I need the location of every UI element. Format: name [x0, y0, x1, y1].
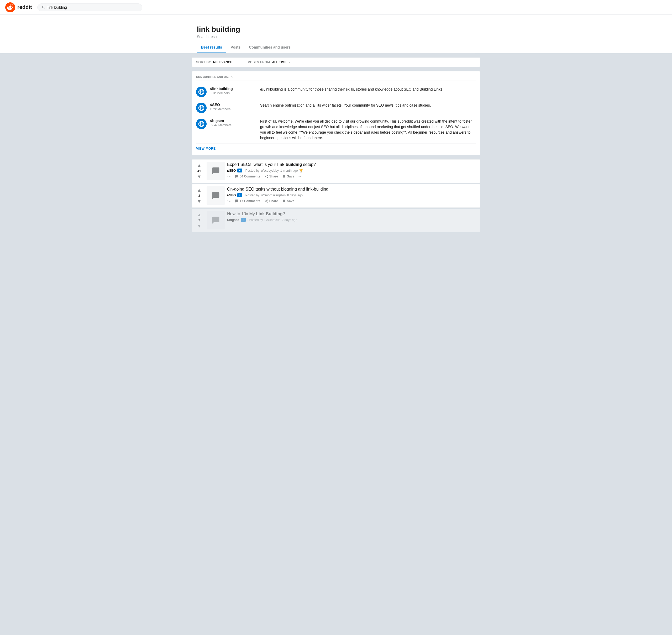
community-name-linkbuilding: r/linkbuilding: [210, 87, 257, 91]
community-icon-seo: [196, 103, 207, 113]
post-title-2: On-going SEO tasks without blogging and …: [227, 187, 478, 192]
post-item-3[interactable]: ▲ 7 ▼ How to 10x My Link Building? r/big…: [192, 209, 480, 232]
search-input[interactable]: [48, 5, 138, 9]
posted-by-3: u/sklarticus: [265, 218, 280, 222]
share-button-1[interactable]: Share: [265, 175, 278, 178]
community-item-seo[interactable]: r/SEO 152k Members Search engine optimis…: [196, 100, 476, 116]
tab-communities-users[interactable]: Communities and users: [245, 42, 295, 53]
community-item-bigseo[interactable]: r/bigseo 69.4k Members First of all, wel…: [196, 116, 476, 144]
expand-icon-1: [227, 175, 231, 178]
communities-header: COMMUNITIES AND USERS: [196, 75, 476, 81]
post-thumbnail-2: [207, 187, 225, 205]
communities-section: COMMUNITIES AND USERS r/linkbuilding 5.1…: [192, 71, 480, 155]
community-name-bigseo: r/bigseo: [210, 119, 257, 123]
post-actions-2: 17 Comments Share Save ···: [227, 199, 478, 203]
search-icon: [42, 5, 46, 9]
save-button-2[interactable]: Save: [282, 199, 294, 203]
post-content-3: How to 10x My Link Building? r/bigseo + …: [227, 211, 478, 224]
chevron-down-icon-2: [288, 61, 291, 64]
post-subreddit-2: r/SEO: [227, 194, 236, 197]
post-thumbnail-1: [207, 162, 225, 180]
svg-point-2: [11, 7, 12, 8]
vote-count-2: 3: [198, 194, 200, 198]
vote-col-1: ▲ 41 ▼: [194, 162, 204, 181]
chevron-down-icon: [233, 61, 237, 64]
post-item-2[interactable]: ▲ 3 ▼ On-going SEO tasks without bloggin…: [192, 184, 480, 207]
joined-badge-1: +: [237, 169, 242, 173]
community-members-seo: 152k Members: [210, 107, 257, 111]
community-icon-bigseo: [196, 119, 207, 129]
post-content-1: Expert SEOs, what is your link building …: [227, 162, 478, 178]
post-title-1: Expert SEOs, what is your link building …: [227, 162, 478, 168]
vote-count-1: 41: [197, 169, 201, 173]
sort-bar: SORT BY RELEVANCE | POSTS FROM ALL TIME: [192, 58, 480, 67]
header: reddit: [0, 0, 672, 15]
downvote-1[interactable]: ▼: [197, 174, 202, 179]
post-thumbnail-3: [207, 211, 225, 229]
logo-text: reddit: [17, 4, 32, 10]
post-title-3: How to 10x My Link Building?: [227, 211, 478, 217]
time-ago-2: 8 days ago: [287, 194, 303, 197]
community-icon-linkbuilding: [196, 87, 207, 97]
post-content-2: On-going SEO tasks without blogging and …: [227, 187, 478, 203]
comments-button-2[interactable]: 17 Comments: [235, 199, 260, 203]
search-bar[interactable]: [37, 3, 142, 11]
posted-by-2: u/cmorriskingston: [261, 194, 286, 197]
posts-from-button[interactable]: ALL TIME: [272, 60, 290, 64]
award-icon-1: 🏆: [299, 169, 303, 173]
community-item-linkbuilding[interactable]: r/linkbuilding 5.1k Members /r/Linkbuild…: [196, 84, 476, 100]
tab-posts[interactable]: Posts: [226, 42, 245, 53]
community-members-linkbuilding: 5.1k Members: [210, 91, 257, 95]
sort-by-label: SORT BY: [196, 60, 211, 64]
post-meta-1: r/SEO + · Posted by u/scubyduby 1 month …: [227, 169, 478, 173]
main-area: SORT BY RELEVANCE | POSTS FROM ALL TIME …: [192, 53, 480, 238]
upvote-3[interactable]: ▲: [197, 212, 202, 218]
search-title-area: link building Search results Best result…: [0, 15, 672, 53]
logo[interactable]: reddit: [5, 2, 32, 12]
share-button-2[interactable]: Share: [265, 199, 278, 203]
community-members-bigseo: 69.4k Members: [210, 123, 257, 127]
tab-best-results[interactable]: Best results: [197, 42, 226, 53]
upvote-1[interactable]: ▲: [197, 163, 202, 168]
post-meta-2: r/SEO + · Posted by u/cmorriskingston 8 …: [227, 193, 478, 197]
search-query: link building: [197, 25, 475, 34]
comments-button-1[interactable]: 54 Comments: [235, 175, 260, 178]
vote-col-2: ▲ 3 ▼: [194, 187, 204, 205]
vote-count-3: 7: [198, 219, 200, 222]
post-actions-1: 54 Comments Share Save ···: [227, 175, 478, 178]
community-desc-linkbuilding: /r/Linkbuilding is a community for those…: [260, 87, 476, 92]
posted-by-1: u/scubyduby: [261, 169, 279, 173]
post-meta-3: r/bigseo + · Posted by u/sklarticus 2 da…: [227, 218, 478, 222]
tabs: Best results Posts Communities and users: [197, 42, 475, 53]
time-ago-3: 2 days ago: [282, 218, 298, 222]
reddit-logo-icon: [5, 2, 15, 12]
community-info-bigseo: r/bigseo 69.4k Members: [210, 119, 257, 127]
more-button-1[interactable]: ···: [299, 175, 301, 178]
more-button-2[interactable]: ···: [299, 199, 301, 203]
downvote-3[interactable]: ▼: [197, 223, 202, 229]
community-info-seo: r/SEO 152k Members: [210, 103, 257, 111]
time-ago-1: 1 month ago: [280, 169, 298, 173]
joined-badge-3: +: [241, 218, 246, 222]
save-button-1[interactable]: Save: [282, 175, 294, 178]
sort-relevance-button[interactable]: RELEVANCE: [213, 60, 237, 64]
downvote-2[interactable]: ▼: [197, 199, 202, 204]
post-subreddit-1: r/SEO: [227, 169, 236, 173]
vote-col-3: ▲ 7 ▼: [194, 211, 204, 230]
community-desc-seo: Search engine optimisation and all its w…: [260, 103, 476, 108]
search-subtitle: Search results: [197, 35, 475, 39]
expand-icon-2: [227, 199, 231, 203]
post-subreddit-3: r/bigseo: [227, 218, 239, 222]
view-more-button[interactable]: VIEW MORE: [196, 147, 216, 150]
upvote-2[interactable]: ▲: [197, 188, 202, 193]
community-info-linkbuilding: r/linkbuilding 5.1k Members: [210, 87, 257, 95]
community-desc-bigseo: First of all, welcome. We're glad you al…: [260, 119, 476, 141]
post-item-1[interactable]: ▲ 41 ▼ Expert SEOs, what is your link bu…: [192, 159, 480, 183]
svg-point-1: [9, 7, 9, 8]
joined-badge-2: +: [237, 193, 242, 197]
posts-from-label: POSTS FROM: [248, 60, 270, 64]
community-name-seo: r/SEO: [210, 103, 257, 107]
